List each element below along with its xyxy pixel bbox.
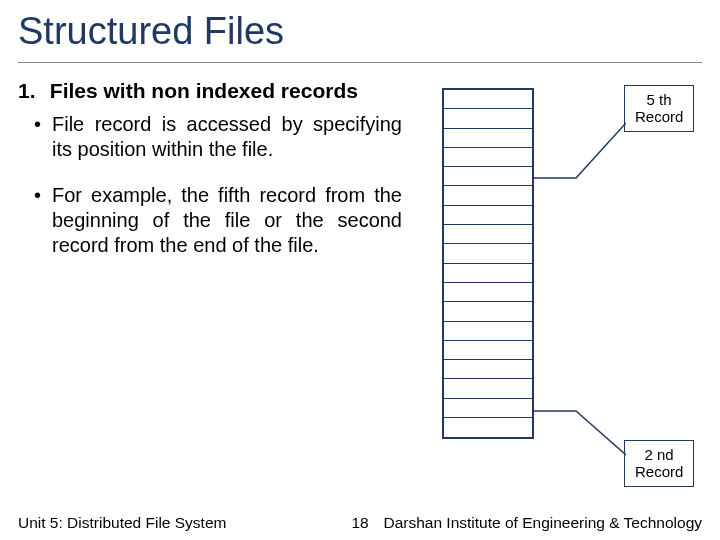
record-row [444,148,532,167]
bullet-text: For example, the fifth record from the b… [52,184,402,256]
record-row [444,90,532,109]
record-row [444,206,532,225]
callout-5th-record: 5 th Record [624,85,694,132]
bullet-text: File record is accessed by specifying it… [52,113,402,160]
footer-right: Darshan Institute of Engineering & Techn… [383,514,702,532]
record-row [444,264,532,283]
record-row [444,167,532,186]
record-row [444,360,532,379]
record-row [444,129,532,148]
record-stack [442,88,534,439]
record-row [444,244,532,263]
title-underline [18,62,702,63]
bullet-item: • For example, the fifth record from the… [52,183,402,258]
record-row [444,186,532,205]
record-row [444,341,532,360]
bullet-item: • File record is accessed by specifying … [52,112,402,162]
record-row [444,302,532,321]
record-row [444,322,532,341]
bullet-dot-icon: • [34,183,41,208]
callout-connector-bottom [534,405,626,465]
record-row [444,418,532,437]
record-row [444,379,532,398]
record-row [444,109,532,128]
record-row [444,399,532,418]
bullet-dot-icon: • [34,112,41,137]
section-heading-text: Files with non indexed records [50,79,358,102]
callout-2nd-record: 2 nd Record [624,440,694,487]
slide-title: Structured Files [18,10,284,53]
section-number: 1. [18,79,44,103]
section-heading: 1. Files with non indexed records [18,79,358,103]
record-row [444,225,532,244]
callout-connector-top [534,120,626,190]
record-row [444,283,532,302]
